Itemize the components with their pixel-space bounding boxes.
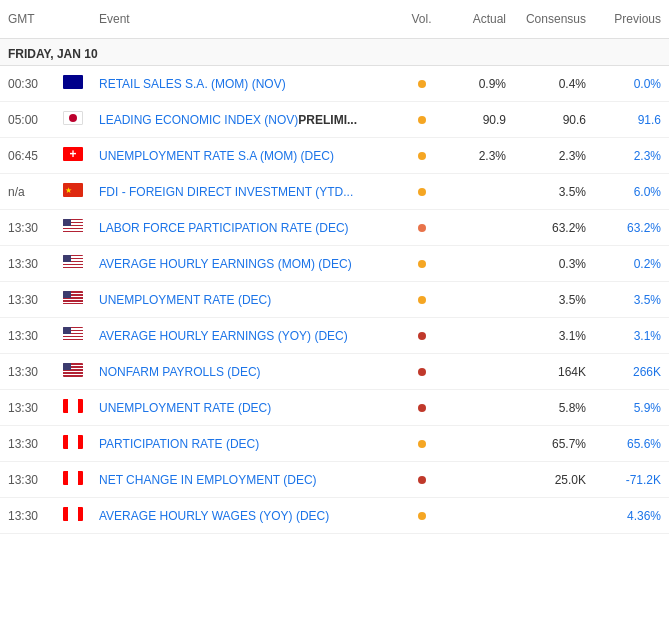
volatility-dot-icon — [418, 152, 426, 160]
actual-cell: 90.9 — [444, 102, 514, 138]
consensus-cell: 164K — [514, 354, 594, 390]
event-cell[interactable]: AVERAGE HOURLY EARNINGS (MOM) (DEC) — [91, 246, 399, 282]
col-header-gmt: GMT — [0, 0, 55, 39]
volatility-dot-icon — [418, 188, 426, 196]
event-cell[interactable]: UNEMPLOYMENT RATE (DEC) — [91, 282, 399, 318]
flag-cell — [55, 498, 91, 534]
table-row[interactable]: 13:30AVERAGE HOURLY EARNINGS (YOY) (DEC)… — [0, 318, 669, 354]
table-row[interactable]: 13:30UNEMPLOYMENT RATE (DEC)5.8%5.9% — [0, 390, 669, 426]
event-cell[interactable]: PARTICIPATION RATE (DEC) — [91, 426, 399, 462]
gmt-cell: 13:30 — [0, 210, 55, 246]
event-cell[interactable]: AVERAGE HOURLY WAGES (YOY) (DEC) — [91, 498, 399, 534]
vol-cell — [399, 318, 444, 354]
table-row[interactable]: 13:30NONFARM PAYROLLS (DEC)164K266K — [0, 354, 669, 390]
vol-cell — [399, 498, 444, 534]
flag-cell — [55, 318, 91, 354]
flag-cell — [55, 246, 91, 282]
flag-cell — [55, 462, 91, 498]
flag-cell — [55, 174, 91, 210]
event-cell[interactable]: AVERAGE HOURLY EARNINGS (YOY) (DEC) — [91, 318, 399, 354]
col-header-vol: Vol. — [399, 0, 444, 39]
table-row[interactable]: 13:30UNEMPLOYMENT RATE (DEC)3.5%3.5% — [0, 282, 669, 318]
volatility-dot-icon — [418, 368, 426, 376]
vol-cell — [399, 354, 444, 390]
actual-cell — [444, 426, 514, 462]
previous-cell: 5.9% — [594, 390, 669, 426]
consensus-cell: 2.3% — [514, 138, 594, 174]
gmt-cell: 13:30 — [0, 498, 55, 534]
consensus-cell: 3.5% — [514, 174, 594, 210]
event-bold-text: Prelimi... — [298, 113, 357, 127]
volatility-dot-icon — [418, 476, 426, 484]
consensus-cell: 65.7% — [514, 426, 594, 462]
actual-cell — [444, 462, 514, 498]
flag-cell — [55, 138, 91, 174]
consensus-cell: 0.3% — [514, 246, 594, 282]
volatility-dot-icon — [418, 440, 426, 448]
actual-cell — [444, 246, 514, 282]
table-row[interactable]: 13:30NET CHANGE IN EMPLOYMENT (DEC)25.0K… — [0, 462, 669, 498]
event-cell[interactable]: FDI - FOREIGN DIRECT INVESTMENT (YTD... — [91, 174, 399, 210]
volatility-dot-icon — [418, 296, 426, 304]
table-row[interactable]: n/aFDI - FOREIGN DIRECT INVESTMENT (YTD.… — [0, 174, 669, 210]
cn-flag-icon — [63, 183, 83, 197]
previous-cell: 0.2% — [594, 246, 669, 282]
us-flag-icon — [63, 255, 83, 269]
col-header-previous: Previous — [594, 0, 669, 39]
vol-cell — [399, 174, 444, 210]
col-header-flag-spacer — [55, 0, 91, 39]
previous-cell: -71.2K — [594, 462, 669, 498]
previous-cell: 266K — [594, 354, 669, 390]
consensus-cell — [514, 498, 594, 534]
table-row[interactable]: 06:45UNEMPLOYMENT RATE S.A (MOM) (DEC)2.… — [0, 138, 669, 174]
actual-cell — [444, 318, 514, 354]
consensus-cell: 63.2% — [514, 210, 594, 246]
event-cell[interactable]: LABOR FORCE PARTICIPATION RATE (DEC) — [91, 210, 399, 246]
event-cell[interactable]: NONFARM PAYROLLS (DEC) — [91, 354, 399, 390]
actual-cell — [444, 354, 514, 390]
previous-cell: 65.6% — [594, 426, 669, 462]
event-cell[interactable]: NET CHANGE IN EMPLOYMENT (DEC) — [91, 462, 399, 498]
consensus-cell: 90.6 — [514, 102, 594, 138]
gmt-cell: 13:30 — [0, 246, 55, 282]
consensus-cell: 5.8% — [514, 390, 594, 426]
gmt-cell: 05:00 — [0, 102, 55, 138]
gmt-cell: n/a — [0, 174, 55, 210]
flag-cell — [55, 66, 91, 102]
flag-cell — [55, 210, 91, 246]
event-cell[interactable]: UNEMPLOYMENT RATE (DEC) — [91, 390, 399, 426]
ca-flag-icon — [63, 471, 83, 485]
flag-cell — [55, 354, 91, 390]
table-row[interactable]: 05:00LEADING ECONOMIC INDEX (NOV)Prelimi… — [0, 102, 669, 138]
jp-flag-icon — [63, 111, 83, 125]
previous-cell: 4.36% — [594, 498, 669, 534]
table-row[interactable]: 13:30LABOR FORCE PARTICIPATION RATE (DEC… — [0, 210, 669, 246]
gmt-cell: 13:30 — [0, 426, 55, 462]
section-header-friday: FRIDAY, JAN 10 — [0, 39, 669, 66]
col-header-event: Event — [91, 0, 399, 39]
vol-cell — [399, 102, 444, 138]
event-cell[interactable]: RETAIL SALES S.A. (MOM) (NOV) — [91, 66, 399, 102]
table-row[interactable]: 13:30AVERAGE HOURLY WAGES (YOY) (DEC)4.3… — [0, 498, 669, 534]
gmt-cell: 13:30 — [0, 462, 55, 498]
flag-cell — [55, 426, 91, 462]
vol-cell — [399, 426, 444, 462]
col-header-consensus: Consensus — [514, 0, 594, 39]
event-cell[interactable]: LEADING ECONOMIC INDEX (NOV)Prelimi... — [91, 102, 399, 138]
gmt-cell: 13:30 — [0, 282, 55, 318]
section-header-label: FRIDAY, JAN 10 — [0, 39, 669, 66]
flag-cell — [55, 282, 91, 318]
table-row[interactable]: 13:30AVERAGE HOURLY EARNINGS (MOM) (DEC)… — [0, 246, 669, 282]
gmt-cell: 13:30 — [0, 318, 55, 354]
table-row[interactable]: 13:30PARTICIPATION RATE (DEC)65.7%65.6% — [0, 426, 669, 462]
event-cell[interactable]: UNEMPLOYMENT RATE S.A (MOM) (DEC) — [91, 138, 399, 174]
event-text: LEADING ECONOMIC INDEX (NOV) — [99, 113, 298, 127]
consensus-cell: 3.5% — [514, 282, 594, 318]
table-row[interactable]: 00:30RETAIL SALES S.A. (MOM) (NOV)0.9%0.… — [0, 66, 669, 102]
volatility-dot-icon — [418, 116, 426, 124]
vol-cell — [399, 246, 444, 282]
volatility-dot-icon — [418, 512, 426, 520]
col-header-actual: Actual — [444, 0, 514, 39]
actual-cell — [444, 210, 514, 246]
actual-cell: 2.3% — [444, 138, 514, 174]
